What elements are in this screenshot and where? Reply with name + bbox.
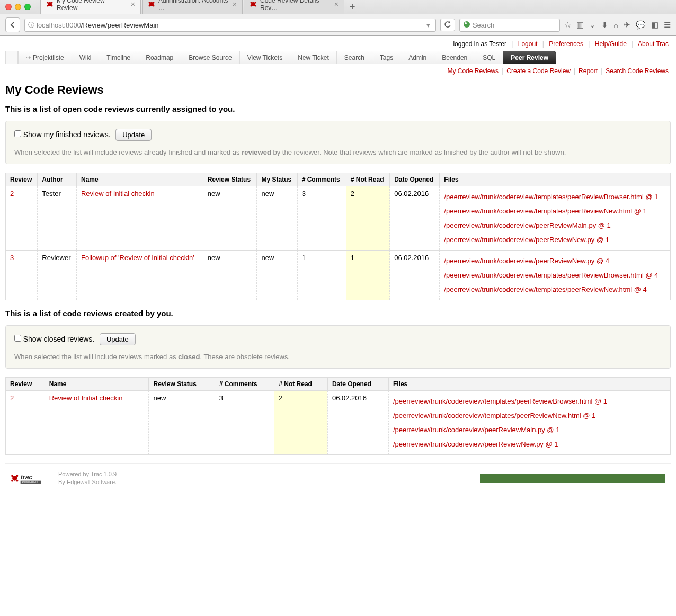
home-icon[interactable]: ⌂ bbox=[613, 21, 618, 30]
filter-hint: When selected the list will include revi… bbox=[14, 353, 662, 361]
toolbar-icons: ☆ ▥ ⌄ ⬇ ⌂ ✈ 💬 ◧ ☰ bbox=[564, 20, 671, 30]
mainnav-item[interactable]: Search bbox=[337, 51, 372, 64]
mainnav-item[interactable]: Roadmap bbox=[138, 51, 181, 64]
hint-pre: When selected the list will include revi… bbox=[14, 148, 242, 156]
send-icon[interactable]: ✈ bbox=[624, 20, 630, 30]
url-dropdown-icon[interactable]: ▾ bbox=[424, 21, 432, 29]
mainnav-item[interactable]: Beenden bbox=[434, 51, 475, 64]
filter-hint: When selected the list will include revi… bbox=[14, 148, 662, 156]
info-icon: ⓘ bbox=[28, 21, 34, 30]
update-button[interactable]: Update bbox=[115, 129, 152, 141]
svg-point-17 bbox=[12, 476, 17, 481]
menu-icon[interactable]: ☰ bbox=[664, 20, 671, 30]
file-link[interactable]: /peerreview/trunk/codereview/peerReviewN… bbox=[444, 236, 666, 244]
review-link[interactable]: 3 bbox=[10, 254, 14, 262]
new-tab-button[interactable]: + bbox=[345, 1, 360, 14]
bookmark-icon[interactable]: ☆ bbox=[564, 20, 571, 30]
file-link[interactable]: /peerreview/trunk/codereview/templates/p… bbox=[444, 193, 666, 201]
mainnav-item[interactable]: ⇢Projektliste bbox=[18, 51, 72, 64]
review-name-link[interactable]: Review of Initial checkin bbox=[81, 190, 155, 198]
date-cell: 06.02.2016 bbox=[390, 186, 440, 251]
mainnav-item[interactable]: Timeline bbox=[99, 51, 138, 64]
hint-post: by the reviewer. Note that reviews which… bbox=[271, 148, 566, 156]
mainnav-item[interactable]: Wiki bbox=[72, 51, 100, 64]
column-header: Review Status bbox=[149, 378, 215, 391]
svg-point-16 bbox=[465, 22, 467, 24]
file-link[interactable]: /peerreview/trunk/codereview/peerReviewM… bbox=[393, 426, 666, 434]
mainnav-item[interactable]: Tags bbox=[372, 51, 401, 64]
mainnav-item[interactable]: SQL bbox=[475, 51, 503, 64]
file-link[interactable]: /peerreview/trunk/codereview/peerReviewN… bbox=[444, 257, 666, 265]
mainnav-item[interactable]: New Ticket bbox=[290, 51, 337, 64]
notread-cell: 2 bbox=[274, 391, 328, 455]
update-button[interactable]: Update bbox=[100, 333, 136, 345]
column-header: # Not Read bbox=[346, 173, 389, 186]
page-title: My Code Reviews bbox=[5, 83, 671, 97]
url-port: :8000 bbox=[64, 21, 81, 29]
help-link[interactable]: Help/Guide bbox=[595, 40, 627, 48]
notread-cell: 1 bbox=[346, 251, 389, 300]
file-link[interactable]: /peerreview/trunk/codereview/templates/p… bbox=[444, 207, 666, 215]
column-header: Name bbox=[76, 173, 203, 186]
app-icon[interactable]: ◧ bbox=[651, 20, 659, 30]
browser-tab[interactable]: My Code Review – Review× bbox=[40, 0, 141, 14]
browser-tab-bar: My Code Review – Review×Administration: … bbox=[36, 0, 364, 14]
review-link[interactable]: 2 bbox=[10, 190, 14, 198]
tab-close-icon[interactable]: × bbox=[334, 0, 339, 8]
column-header: Review Status bbox=[203, 173, 257, 186]
preferences-link[interactable]: Preferences bbox=[549, 40, 583, 48]
file-link[interactable]: /peerreview/trunk/codereview/peerReviewM… bbox=[444, 221, 666, 229]
logout-link[interactable]: Logout bbox=[518, 40, 538, 48]
mainnav-item[interactable]: View Tickets bbox=[240, 51, 290, 64]
window-controls bbox=[0, 1, 36, 13]
author-cell: Reviewer bbox=[38, 251, 77, 300]
file-link[interactable]: /peerreview/trunk/codereview/peerReviewN… bbox=[393, 440, 666, 448]
subnav-item[interactable]: Search Code Reviews bbox=[606, 67, 669, 75]
review-name-link[interactable]: Review of Initial checkin bbox=[49, 394, 123, 402]
subnav-item[interactable]: Report bbox=[579, 67, 598, 75]
chat-icon[interactable]: 💬 bbox=[636, 20, 646, 30]
browser-tab[interactable]: Administration: Accounts …× bbox=[142, 0, 243, 14]
mainnav: ⇢ProjektlisteWikiTimelineRoadmapBrowse S… bbox=[5, 51, 671, 64]
pocket-icon[interactable]: ⌄ bbox=[589, 20, 596, 30]
svg-point-21 bbox=[16, 480, 19, 482]
mainnav-item[interactable]: Browse Source bbox=[181, 51, 239, 64]
window-minimize-button[interactable] bbox=[15, 4, 21, 10]
svg-text:trac: trac bbox=[21, 474, 33, 481]
window-zoom-button[interactable] bbox=[24, 4, 31, 10]
file-link[interactable]: /peerreview/trunk/codereview/templates/p… bbox=[393, 412, 666, 419]
table-row: 2Review of Initial checkinnew3206.02.201… bbox=[6, 391, 671, 455]
browser-tab[interactable]: Code Review Details – Rev…× bbox=[244, 0, 344, 14]
review-link[interactable]: 2 bbox=[10, 394, 14, 402]
svg-point-20 bbox=[16, 475, 19, 477]
column-header: Author bbox=[38, 173, 77, 186]
url-bar[interactable]: ⓘ localhost:8000/Review/peerReviewMain ▾ bbox=[24, 19, 436, 32]
reload-button[interactable] bbox=[440, 19, 455, 31]
svg-point-7 bbox=[153, 2, 155, 4]
tab-close-icon[interactable]: × bbox=[233, 0, 237, 8]
review-name-link[interactable]: Followup of 'Review of Initial checkin' bbox=[81, 254, 194, 262]
trac-logo[interactable]: trac POWERED bbox=[11, 471, 48, 486]
mainnav-item[interactable]: Admin bbox=[401, 51, 434, 64]
table-row: 3ReviewerFollowup of 'Review of Initial … bbox=[6, 251, 671, 300]
window-close-button[interactable] bbox=[5, 4, 12, 10]
show-finished-checkbox[interactable] bbox=[14, 130, 21, 137]
back-button[interactable] bbox=[5, 17, 20, 32]
edgewall-link[interactable]: Edgewall Software bbox=[67, 479, 115, 485]
subnav-item[interactable]: My Code Reviews bbox=[447, 67, 499, 75]
tab-close-icon[interactable]: × bbox=[131, 0, 135, 8]
show-closed-checkbox[interactable] bbox=[14, 335, 21, 342]
file-link[interactable]: /peerreview/trunk/codereview/templates/p… bbox=[444, 285, 666, 293]
about-link[interactable]: About Trac bbox=[638, 40, 669, 48]
subnav-item[interactable]: Create a Code Review bbox=[506, 67, 571, 75]
reader-icon[interactable]: ▥ bbox=[576, 20, 584, 30]
file-link[interactable]: /peerreview/trunk/codereview/templates/p… bbox=[444, 271, 666, 279]
files-cell: /peerreview/trunk/codereview/templates/p… bbox=[388, 391, 670, 455]
mainnav-item[interactable]: Peer Review bbox=[503, 51, 556, 64]
trac-version-link[interactable]: Trac 1.0.9 bbox=[91, 471, 117, 477]
file-link[interactable]: /peerreview/trunk/codereview/templates/p… bbox=[393, 397, 666, 405]
powered-by-text: Powered by bbox=[58, 471, 91, 477]
column-header: Name bbox=[45, 378, 149, 391]
downloads-icon[interactable]: ⬇ bbox=[601, 20, 608, 30]
browser-search-bar[interactable]: Search bbox=[459, 19, 560, 32]
